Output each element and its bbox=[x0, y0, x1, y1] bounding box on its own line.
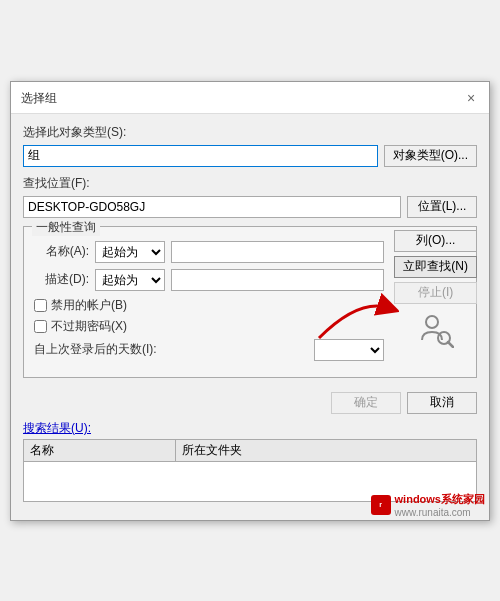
desc-select[interactable]: 起始为 bbox=[95, 269, 165, 291]
stop-button[interactable]: 停止(I) bbox=[394, 282, 477, 304]
name-input[interactable] bbox=[171, 241, 384, 263]
dialog-title: 选择组 bbox=[21, 90, 57, 107]
close-button[interactable]: × bbox=[463, 90, 479, 106]
ok-cancel-row: 确定 取消 bbox=[23, 388, 477, 420]
col-name: 名称 bbox=[24, 439, 176, 461]
watermark: r windows系统家园 www.runaita.com bbox=[371, 492, 485, 518]
select-group-dialog: 选择组 × 选择此对象类型(S): 对象类型(O)... 查找位置(F): 位置… bbox=[10, 81, 490, 521]
no-expire-checkbox[interactable] bbox=[34, 320, 47, 333]
title-bar: 选择组 × bbox=[11, 82, 489, 114]
dialog-content: 选择此对象类型(S): 对象类型(O)... 查找位置(F): 位置(L)...… bbox=[11, 114, 489, 520]
svg-point-0 bbox=[426, 316, 438, 328]
svg-line-2 bbox=[448, 342, 453, 347]
ok-button[interactable]: 确定 bbox=[331, 392, 401, 414]
object-type-input[interactable] bbox=[23, 145, 378, 167]
disabled-accounts-checkbox[interactable] bbox=[34, 299, 47, 312]
list-columns-button[interactable]: 列(O)... bbox=[394, 230, 477, 252]
results-section: 搜索结果(U): 名称 所在文件夹 bbox=[23, 420, 477, 502]
desc-input[interactable] bbox=[171, 269, 384, 291]
disabled-accounts-label: 禁用的帐户(B) bbox=[51, 297, 127, 314]
name-select[interactable]: 起始为 bbox=[95, 241, 165, 263]
right-buttons-panel: 列(O)... 立即查找(N) 停止(I) bbox=[394, 230, 477, 348]
days-select[interactable] bbox=[314, 339, 384, 361]
name-label: 名称(A): bbox=[34, 243, 89, 260]
query-group-title: 一般性查询 bbox=[32, 219, 100, 236]
location-button[interactable]: 位置(L)... bbox=[407, 196, 477, 218]
search-person-icon bbox=[418, 312, 454, 348]
watermark-info: windows系统家园 www.runaita.com bbox=[395, 492, 485, 518]
watermark-url: www.runaita.com bbox=[395, 507, 485, 518]
days-label: 自上次登录后的天数(I): bbox=[34, 341, 308, 358]
watermark-logo: r bbox=[371, 495, 391, 515]
watermark-site: windows系统家园 bbox=[395, 492, 485, 507]
desc-label: 描述(D): bbox=[34, 271, 89, 288]
object-type-row: 对象类型(O)... bbox=[23, 145, 477, 167]
object-type-label: 选择此对象类型(S): bbox=[23, 124, 477, 141]
search-icon-container bbox=[394, 312, 477, 348]
no-expire-label: 不过期密码(X) bbox=[51, 318, 127, 335]
location-label: 查找位置(F): bbox=[23, 175, 477, 192]
col-folder: 所在文件夹 bbox=[176, 439, 477, 461]
search-now-button[interactable]: 立即查找(N) bbox=[394, 256, 477, 278]
location-row: 位置(L)... bbox=[23, 196, 477, 218]
results-label[interactable]: 搜索结果(U): bbox=[23, 420, 477, 437]
cancel-button[interactable]: 取消 bbox=[407, 392, 477, 414]
location-input[interactable] bbox=[23, 196, 401, 218]
object-type-button[interactable]: 对象类型(O)... bbox=[384, 145, 477, 167]
